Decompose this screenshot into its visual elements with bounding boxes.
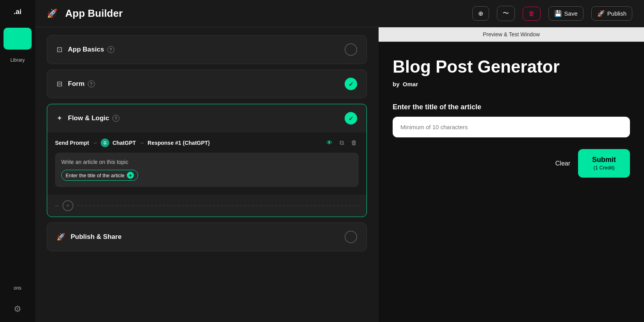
flow-pipeline: Send Prompt → G ChatGPT → Response #1 (C… bbox=[55, 139, 359, 147]
form-icon: ⊟ bbox=[57, 80, 62, 88]
preview-header: Preview & Test Window bbox=[379, 27, 644, 42]
app-header: 🚀 App Builder ⊕ 〜 🗑 💾 Save 🚀 Publish bbox=[35, 0, 644, 27]
preview-panel: Preview & Test Window Blog Post Generato… bbox=[379, 27, 644, 322]
add-step-button[interactable]: + bbox=[62, 200, 73, 211]
app-basics-help-icon[interactable]: ? bbox=[107, 46, 114, 53]
analytics-button[interactable]: 〜 bbox=[497, 6, 515, 21]
flow-logic-card: ✦ Flow & Logic ? ✓ Send Prompt → G C bbox=[47, 104, 367, 217]
flow-logic-status: ✓ bbox=[345, 112, 357, 125]
app-basics-card[interactable]: ⊡ App Basics ? bbox=[47, 35, 367, 64]
flow-logic-header[interactable]: ✦ Flow & Logic ? ✓ bbox=[47, 104, 366, 132]
publish-button[interactable]: 🚀 Publish bbox=[591, 6, 632, 21]
pipeline-actions: 👁 ⧉ 🗑 bbox=[325, 139, 359, 147]
eye-button[interactable]: 👁 bbox=[325, 139, 334, 147]
flow-body: Send Prompt → G ChatGPT → Response #1 (C… bbox=[47, 132, 366, 195]
preview-content: Blog Post Generator by Omar Enter the ti… bbox=[379, 42, 644, 322]
preview-field-label: Enter the title of the article bbox=[393, 103, 630, 111]
preview-author: Omar bbox=[403, 81, 418, 87]
add-icon: ⊕ bbox=[478, 10, 483, 17]
form-help-icon[interactable]: ? bbox=[88, 80, 95, 87]
flow-logic-help-icon[interactable]: ? bbox=[112, 115, 119, 122]
submit-credit: (1 Credit) bbox=[592, 165, 616, 171]
publish-icon: 🚀 bbox=[597, 10, 605, 17]
arrow-1: → bbox=[92, 140, 98, 146]
gear-icon[interactable]: ⚙ bbox=[14, 304, 21, 314]
preview-app-title: Blog Post Generator bbox=[393, 57, 630, 76]
arrow-2: → bbox=[139, 140, 144, 146]
minus-label: – bbox=[55, 202, 59, 209]
preview-by: by Omar bbox=[393, 81, 630, 87]
prompt-tag-label: Enter the title of the article bbox=[66, 173, 125, 178]
flow-logic-title: Flow & Logic ? bbox=[68, 114, 119, 122]
sidebar-integrations-label[interactable]: ons bbox=[14, 285, 21, 291]
chatgpt-icon: G bbox=[101, 139, 109, 147]
submit-label: Submit bbox=[592, 155, 616, 164]
tag-plus-icon: + bbox=[127, 172, 134, 179]
publish-share-status bbox=[345, 231, 357, 243]
sidebar-active-block[interactable] bbox=[4, 28, 32, 50]
save-button[interactable]: 💾 Save bbox=[548, 6, 584, 21]
form-status: ✓ bbox=[345, 78, 357, 90]
save-label: Save bbox=[564, 10, 578, 17]
publish-label: Publish bbox=[607, 10, 626, 17]
prompt-area: Write an article on this topic Enter the… bbox=[55, 153, 359, 187]
app-title: App Builder bbox=[65, 7, 464, 20]
analytics-icon: 〜 bbox=[503, 9, 509, 18]
content-area: ⊡ App Basics ? ⊟ Form ? ✓ bbox=[35, 27, 644, 322]
prompt-text: Write an article on this topic bbox=[61, 159, 352, 165]
clear-button[interactable]: Clear bbox=[555, 160, 570, 167]
app-basics-title: App Basics ? bbox=[68, 46, 114, 53]
save-icon: 💾 bbox=[554, 10, 562, 17]
publish-share-card[interactable]: 🚀 Publish & Share bbox=[47, 222, 367, 251]
add-button[interactable]: ⊕ bbox=[472, 6, 489, 21]
brand-logo: .ai bbox=[14, 8, 21, 16]
delete-button[interactable]: 🗑 bbox=[523, 7, 541, 21]
pipeline-delete-button[interactable]: 🗑 bbox=[349, 139, 359, 147]
flow-logic-icon: ✦ bbox=[57, 114, 62, 123]
delete-icon: 🗑 bbox=[528, 10, 535, 17]
add-step-row: – + bbox=[47, 195, 366, 217]
app-basics-status bbox=[345, 43, 357, 56]
sidebar: .ai Library ons ⚙ bbox=[0, 0, 35, 322]
preview-input[interactable] bbox=[393, 117, 630, 137]
response-label: Response #1 (ChatGPT) bbox=[148, 140, 210, 146]
publish-share-icon: 🚀 bbox=[57, 233, 65, 241]
add-step-line bbox=[77, 205, 359, 206]
copy-button[interactable]: ⧉ bbox=[338, 139, 345, 147]
form-card[interactable]: ⊟ Form ? ✓ bbox=[47, 69, 367, 98]
app-basics-icon: ⊡ bbox=[57, 45, 62, 54]
send-prompt-label: Send Prompt bbox=[55, 140, 89, 146]
publish-share-title: Publish & Share bbox=[71, 233, 121, 241]
prompt-tag[interactable]: Enter the title of the article + bbox=[61, 170, 138, 181]
app-builder-icon: 🚀 bbox=[47, 9, 57, 19]
main-content: 🚀 App Builder ⊕ 〜 🗑 💾 Save 🚀 Publish ⊡ bbox=[35, 0, 644, 322]
sidebar-library-label[interactable]: Library bbox=[11, 57, 25, 63]
builder-panel: ⊡ App Basics ? ⊟ Form ? ✓ bbox=[35, 27, 379, 322]
form-title: Form ? bbox=[68, 80, 95, 88]
submit-button[interactable]: Submit (1 Credit) bbox=[578, 149, 630, 177]
preview-actions: Clear Submit (1 Credit) bbox=[393, 149, 630, 177]
chatgpt-label: ChatGPT bbox=[112, 140, 136, 146]
